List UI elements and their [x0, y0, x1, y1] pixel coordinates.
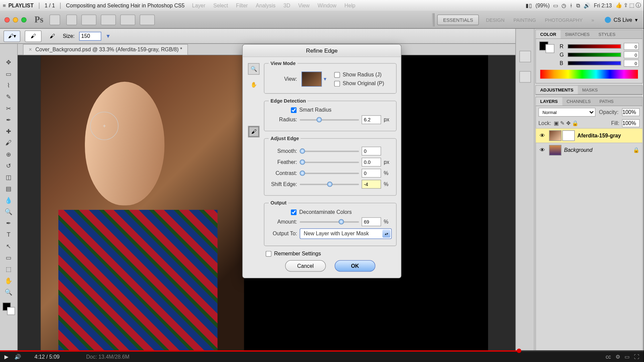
decontaminate-checkbox[interactable]: Decontaminate Colors: [291, 209, 392, 215]
color-swatch[interactable]: [2, 303, 15, 315]
radius-input[interactable]: [362, 115, 381, 124]
minibridge-button[interactable]: [66, 14, 77, 25]
menu-item[interactable]: 3D: [279, 2, 294, 8]
tab-swatches[interactable]: SWATCHES: [560, 30, 594, 39]
dropdown-arrow-icon[interactable]: ▼: [106, 33, 111, 39]
feather-slider[interactable]: [300, 159, 359, 166]
brush-size-input[interactable]: [79, 32, 101, 40]
pen-tool[interactable]: ✒: [2, 218, 15, 229]
workspace-dim[interactable]: PAINTING: [509, 17, 540, 22]
tab-masks[interactable]: MASKS: [578, 86, 602, 94]
menu-item[interactable]: View: [294, 2, 314, 8]
dodge-tool[interactable]: 🔍: [2, 206, 15, 217]
r-input[interactable]: [624, 43, 639, 50]
progress-bar[interactable]: [0, 350, 644, 352]
show-radius-checkbox[interactable]: Show Radius (J): [334, 72, 391, 78]
shift-edge-input[interactable]: [362, 180, 381, 188]
move-tool[interactable]: ✥: [2, 57, 15, 68]
r-slider[interactable]: [568, 44, 621, 49]
b-input[interactable]: [624, 60, 639, 67]
crop-tool[interactable]: ✂: [2, 103, 15, 114]
tab-adjustments[interactable]: ADJUSTMENTS: [536, 86, 578, 94]
brush-tool[interactable]: 🖌: [2, 137, 15, 148]
ok-button[interactable]: OK: [335, 260, 375, 272]
amount-slider[interactable]: [300, 218, 359, 225]
feather-input[interactable]: [362, 158, 381, 167]
screenmode-button[interactable]: [140, 14, 155, 25]
eraser-tool[interactable]: ◫: [2, 172, 15, 183]
tab-paths[interactable]: PATHS: [595, 97, 618, 106]
shift-edge-slider[interactable]: [300, 181, 359, 188]
visibility-icon[interactable]: 👁: [538, 132, 546, 138]
document-tab[interactable]: × Cover_Background.psd @ 33.3% (Aferdita…: [23, 44, 188, 55]
menu-item[interactable]: Layer: [188, 2, 209, 8]
g-input[interactable]: [624, 51, 639, 58]
layer-row[interactable]: 👁 Background 🔒: [536, 143, 642, 157]
visibility-icon[interactable]: 👁: [538, 147, 546, 153]
zoom-tool-icon[interactable]: 🔍: [248, 63, 259, 74]
settings-icon[interactable]: ⚙: [615, 354, 620, 360]
history-brush-tool[interactable]: ↺: [2, 160, 15, 171]
lock-icons[interactable]: ▣ ✎ ✥ 🔒: [554, 120, 579, 126]
fill-input[interactable]: [622, 119, 640, 127]
bridge-button[interactable]: [50, 14, 60, 25]
smooth-slider[interactable]: [300, 147, 359, 155]
quickselect-tool[interactable]: ✎: [2, 92, 15, 102]
info-icon[interactable]: [519, 71, 531, 82]
menu-item[interactable]: Select: [209, 2, 232, 8]
workspace-dim[interactable]: DESIGN: [481, 17, 509, 22]
cc-icon[interactable]: cc: [606, 354, 611, 360]
window-controls[interactable]: [4, 17, 26, 22]
tab-channels[interactable]: CHANNELS: [562, 97, 595, 106]
zoom-tool[interactable]: 🔍: [2, 287, 15, 297]
menu-item[interactable]: Analysis: [252, 2, 280, 8]
3d-tool[interactable]: ⬚: [2, 264, 15, 275]
tool-preset[interactable]: 🖌▾: [4, 30, 20, 42]
cancel-button[interactable]: Cancel: [285, 260, 326, 272]
show-original-checkbox[interactable]: Show Original (P): [334, 80, 391, 86]
hand-tool[interactable]: ✋: [2, 275, 15, 286]
cs-live-button[interactable]: CS Live▾: [605, 16, 638, 22]
blur-tool[interactable]: 💧: [2, 195, 15, 205]
view-dropdown-icon[interactable]: ▾: [324, 76, 326, 82]
refine-brush-tool[interactable]: 🖌: [248, 126, 259, 137]
tab-layers[interactable]: LAYERS: [536, 97, 562, 106]
brush-add[interactable]: 🖌: [25, 30, 42, 42]
workspace-dim[interactable]: PHOTOGRAPHY: [540, 17, 587, 22]
path-tool[interactable]: ↖: [2, 241, 15, 251]
g-slider[interactable]: [568, 53, 621, 57]
remember-settings-checkbox[interactable]: Remember Settings: [266, 250, 396, 256]
arrange-button[interactable]: [120, 14, 135, 25]
contrast-slider[interactable]: [300, 170, 359, 177]
menu-item[interactable]: Help: [340, 2, 359, 8]
close-icon[interactable]: ×: [29, 46, 32, 52]
layer-row[interactable]: 👁 Aferdita-159-gray: [536, 128, 642, 142]
amount-input[interactable]: [362, 217, 381, 226]
stamp-tool[interactable]: ⊕: [2, 149, 15, 160]
fullscreen-icon[interactable]: ⛶: [634, 354, 639, 360]
output-to-select[interactable]: New Layer with Layer Mask▴▾: [300, 228, 392, 239]
brush-sub[interactable]: 🖌: [46, 30, 58, 42]
hand-tool-icon[interactable]: ✋: [248, 79, 259, 90]
smooth-input[interactable]: [362, 147, 381, 156]
tab-color[interactable]: COLOR: [536, 30, 560, 39]
marquee-tool[interactable]: ▭: [2, 68, 15, 79]
workspace-dim[interactable]: »: [587, 17, 598, 22]
opacity-input[interactable]: [622, 108, 640, 116]
workspace-essentials[interactable]: ESSENTIALS: [437, 14, 479, 25]
b-slider[interactable]: [568, 61, 621, 65]
gradient-tool[interactable]: ▤: [2, 183, 15, 194]
theater-icon[interactable]: ▭: [625, 354, 629, 360]
history-icon[interactable]: [519, 51, 531, 62]
lasso-tool[interactable]: ⌇: [2, 80, 15, 91]
play-button[interactable]: ▶: [4, 354, 8, 360]
blend-mode-select[interactable]: Normal: [538, 108, 595, 117]
view-extras-button[interactable]: [82, 14, 97, 25]
menu-item[interactable]: Filter: [232, 2, 252, 8]
eyedropper-tool[interactable]: ✒: [2, 114, 15, 125]
menu-item[interactable]: Window: [314, 2, 340, 8]
spectrum-bar[interactable]: [540, 70, 638, 78]
fg-bg-swatch[interactable]: [539, 42, 554, 68]
type-tool[interactable]: T: [2, 229, 15, 240]
shape-tool[interactable]: ▭: [2, 252, 15, 263]
